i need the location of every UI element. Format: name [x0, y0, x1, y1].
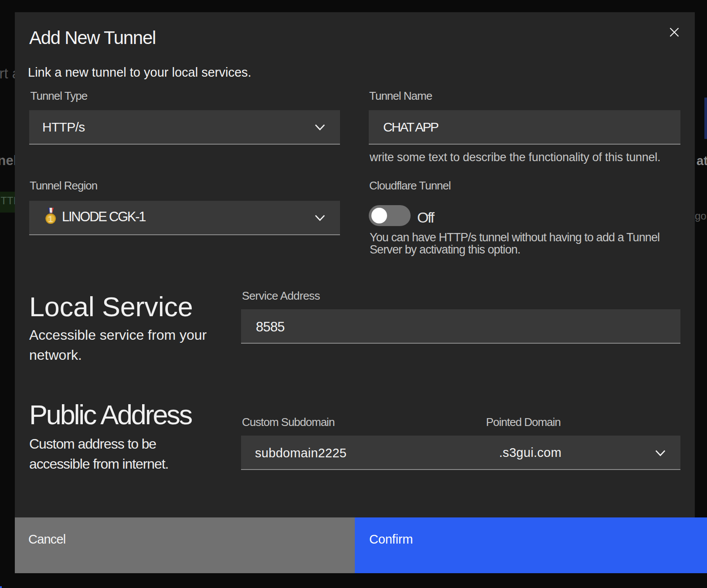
svg-text:1: 1: [48, 214, 53, 224]
